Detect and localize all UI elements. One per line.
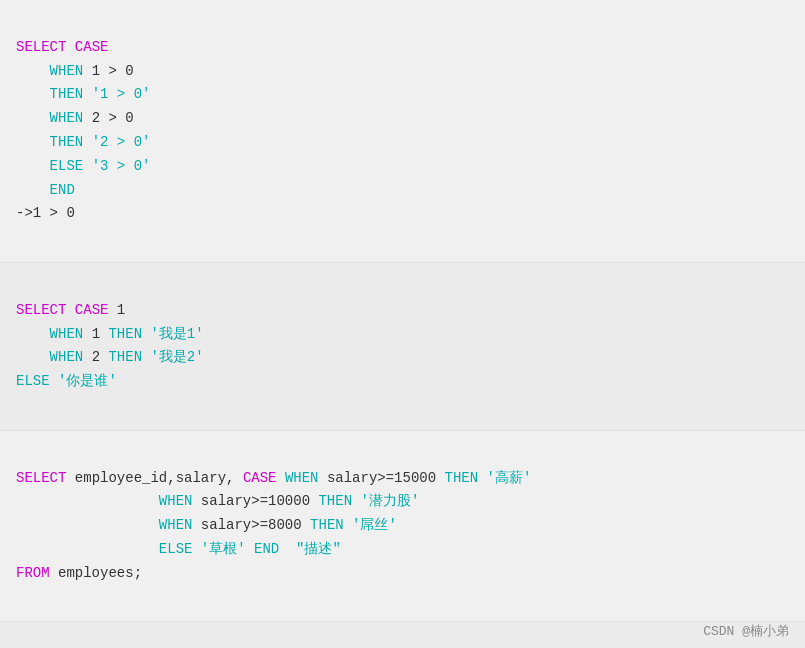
code-block-1: SELECT CASE WHEN 1 > 0 THEN '1 > 0' WHEN… bbox=[0, 0, 805, 263]
str-6: '你是谁' bbox=[58, 373, 117, 389]
keyword-then-2: THEN bbox=[50, 134, 84, 150]
op-2: > bbox=[108, 110, 116, 126]
num-5: 1 bbox=[117, 302, 125, 318]
str-9: '屌丝' bbox=[352, 517, 397, 533]
code-block-3: SELECT employee_id,salary, CASE WHEN sal… bbox=[0, 431, 805, 623]
code-container: SELECT CASE WHEN 1 > 0 THEN '1 > 0' WHEN… bbox=[0, 0, 805, 648]
keyword-select-2: SELECT bbox=[16, 302, 66, 318]
keyword-else-3: ELSE bbox=[159, 541, 193, 557]
keyword-when-7: WHEN bbox=[159, 517, 193, 533]
num-3: 2 bbox=[92, 110, 100, 126]
footer: CSDN @楠小弟 bbox=[703, 622, 789, 640]
result-1: ->1 > 0 bbox=[16, 205, 75, 221]
id-employees: employees; bbox=[58, 565, 142, 581]
keyword-when-2: WHEN bbox=[50, 110, 84, 126]
keyword-when-3: WHEN bbox=[50, 326, 84, 342]
keyword-case-3: CASE bbox=[243, 470, 277, 486]
op-1: > bbox=[108, 63, 116, 79]
keyword-end-2: END bbox=[254, 541, 279, 557]
str-4: '我是1' bbox=[150, 326, 203, 342]
keyword-from-1: FROM bbox=[16, 565, 50, 581]
keyword-when-4: WHEN bbox=[50, 349, 84, 365]
footer-text: CSDN @楠小弟 bbox=[703, 624, 789, 639]
keyword-when-1: WHEN bbox=[50, 63, 84, 79]
keyword-then-5: THEN bbox=[445, 470, 479, 486]
keyword-then-6: THEN bbox=[318, 493, 352, 509]
keyword-select-1: SELECT bbox=[16, 39, 66, 55]
keyword-end-1: END bbox=[50, 182, 75, 198]
num-4: 0 bbox=[125, 110, 133, 126]
keyword-case-2: CASE bbox=[75, 302, 109, 318]
keyword-select-3: SELECT bbox=[16, 470, 66, 486]
num-7: 2 bbox=[92, 349, 100, 365]
code-block-4: SELECT oid,`status`, CASE `status` WHEN … bbox=[0, 622, 805, 648]
str-1: '1 > 0' bbox=[92, 86, 151, 102]
str-11: "描述" bbox=[296, 541, 341, 557]
str-3: '3 > 0' bbox=[92, 158, 151, 174]
id-salary-3: salary>=8000 bbox=[201, 517, 302, 533]
id-salary-2: salary>=10000 bbox=[201, 493, 310, 509]
keyword-then-3: THEN bbox=[108, 326, 142, 342]
keyword-then-1: THEN bbox=[50, 86, 84, 102]
num-6: 1 bbox=[92, 326, 100, 342]
num-1: 1 bbox=[92, 63, 100, 79]
keyword-when-5: WHEN bbox=[285, 470, 319, 486]
str-10: '草根' bbox=[201, 541, 246, 557]
num-2: 0 bbox=[125, 63, 133, 79]
str-8: '潜力股' bbox=[360, 493, 419, 509]
keyword-case-1: CASE bbox=[75, 39, 109, 55]
str-7: '高薪' bbox=[487, 470, 532, 486]
id-employee: employee_id,salary, bbox=[75, 470, 235, 486]
id-salary-1: salary>=15000 bbox=[327, 470, 436, 486]
str-5: '我是2' bbox=[150, 349, 203, 365]
keyword-when-6: WHEN bbox=[159, 493, 193, 509]
code-block-2: SELECT CASE 1 WHEN 1 THEN '我是1' WHEN 2 T… bbox=[0, 263, 805, 431]
keyword-then-7: THEN bbox=[310, 517, 344, 533]
keyword-else-1: ELSE bbox=[50, 158, 84, 174]
keyword-else-2: ELSE bbox=[16, 373, 50, 389]
str-2: '2 > 0' bbox=[92, 134, 151, 150]
keyword-then-4: THEN bbox=[108, 349, 142, 365]
